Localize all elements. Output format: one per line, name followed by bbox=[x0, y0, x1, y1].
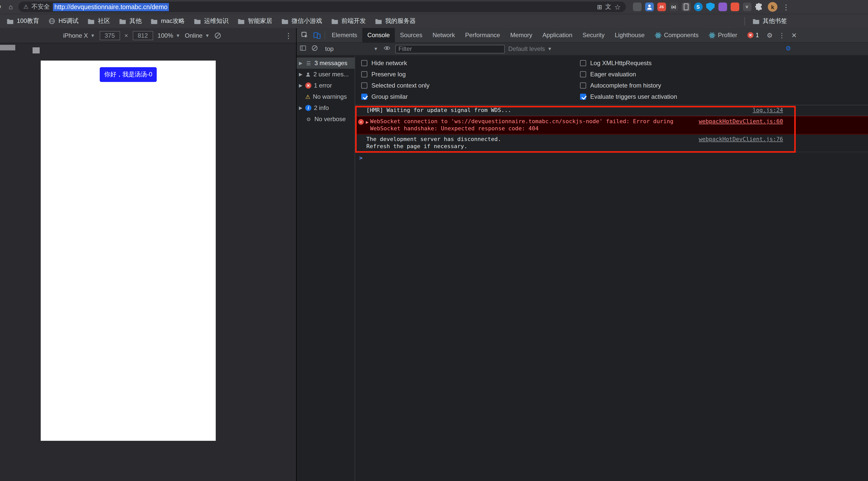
security-chip[interactable]: 不安全 bbox=[32, 3, 50, 11]
inspect-element-icon[interactable] bbox=[299, 32, 311, 39]
device-width-input[interactable]: 375 bbox=[99, 31, 120, 40]
tab-network[interactable]: Network bbox=[427, 28, 460, 42]
checkbox-autocomplete-history[interactable]: Autocomplete from history bbox=[580, 82, 677, 90]
sidebar-item-warnings[interactable]: ⚠ No warnings bbox=[297, 91, 354, 102]
bookmark-item-3[interactable]: 社区 bbox=[83, 15, 115, 27]
devtools-menu-icon[interactable]: ⋮ bbox=[776, 31, 787, 39]
console-message-hmr[interactable]: [HMR] Waiting for update signal from WDS… bbox=[355, 106, 868, 116]
tab-components[interactable]: Components bbox=[650, 28, 704, 42]
bookmark-item-1[interactable]: 100教育 bbox=[2, 15, 44, 27]
tab-lighthouse[interactable]: Lighthouse bbox=[610, 28, 649, 42]
checkbox-group-similar[interactable]: Group similar bbox=[361, 93, 580, 101]
device-height-input[interactable]: 812 bbox=[132, 31, 153, 40]
bookmark-item-6[interactable]: 运维知识 bbox=[189, 15, 233, 27]
extension-icon-4[interactable]: (a) bbox=[669, 3, 678, 11]
expand-caret-icon[interactable]: ▶ bbox=[366, 119, 369, 126]
tab-performance[interactable]: Performance bbox=[460, 28, 505, 42]
bookmark-item-9[interactable]: 前端开发 bbox=[327, 15, 370, 27]
url-text[interactable]: http://devquestionnaire.tomabc.cn/demo bbox=[53, 3, 169, 11]
console-settings-icon[interactable]: ⚙ bbox=[785, 45, 794, 53]
reload-icon[interactable]: ↻ bbox=[0, 3, 5, 11]
bookmark-item-5[interactable]: mac攻略 bbox=[146, 15, 189, 27]
checkbox-checked[interactable] bbox=[580, 94, 586, 100]
log-levels-select[interactable]: Default levels ▼ bbox=[508, 45, 552, 53]
tab-elements[interactable]: Elements bbox=[327, 28, 362, 42]
clear-console-icon[interactable] bbox=[311, 45, 319, 53]
sidebar-item-verbose[interactable]: ⚙ No verbose bbox=[297, 114, 354, 125]
bookmark-item-4[interactable]: 其他 bbox=[115, 15, 146, 27]
checkbox[interactable] bbox=[361, 83, 367, 89]
bookmark-star-icon[interactable]: ☆ bbox=[614, 3, 621, 11]
extension-icon-9[interactable] bbox=[731, 3, 739, 11]
other-bookmarks-button[interactable]: 其他书签 bbox=[748, 15, 792, 27]
extension-icon-10[interactable]: V bbox=[743, 3, 751, 11]
profile-avatar[interactable]: k bbox=[768, 2, 777, 12]
rotate-icon[interactable] bbox=[214, 32, 221, 39]
bookmark-item-2[interactable]: H5调试 bbox=[44, 15, 83, 27]
sidebar-item-messages[interactable]: ▶ ☰ 3 messages bbox=[297, 58, 354, 69]
error-count-badge[interactable]: ✕ 1 bbox=[747, 32, 759, 39]
checkbox-eager-evaluation[interactable]: Eager evaluation bbox=[580, 70, 677, 79]
tab-memory[interactable]: Memory bbox=[505, 28, 537, 42]
checkbox[interactable] bbox=[361, 60, 367, 66]
checkbox-hide-network[interactable]: Hide network bbox=[361, 59, 580, 67]
extension-icon-8[interactable] bbox=[718, 3, 727, 11]
caret-icon[interactable]: ▶ bbox=[299, 83, 303, 88]
zoom-select[interactable]: 100% ▼ bbox=[157, 32, 180, 39]
address-bar[interactable]: ⚠ 不安全 http://devquestionnaire.tomabc.cn/… bbox=[18, 2, 626, 12]
emulated-page[interactable]: 你好，我是汤汤-0 bbox=[41, 61, 216, 441]
checkbox[interactable] bbox=[361, 71, 367, 78]
translate-icon[interactable]: 文 bbox=[605, 3, 611, 11]
apps-grid-icon[interactable]: ⊞ bbox=[597, 3, 602, 10]
checkbox-evaluate-user-activation[interactable]: Evaluate triggers user activation bbox=[580, 93, 677, 101]
checkbox[interactable] bbox=[580, 83, 586, 89]
console-message-disconnected[interactable]: The development server has disconnected.… bbox=[355, 134, 868, 152]
checkbox[interactable] bbox=[580, 60, 586, 66]
not-secure-icon[interactable]: ⚠ bbox=[23, 4, 29, 10]
throttling-select[interactable]: Online ▼ bbox=[185, 32, 210, 39]
extension-icon-shield[interactable] bbox=[706, 3, 715, 11]
checkbox[interactable] bbox=[580, 71, 586, 78]
checkbox-preserve-log[interactable]: Preserve log bbox=[361, 70, 580, 79]
checkbox-log-xmlhttprequests[interactable]: Log XMLHttpRequests bbox=[580, 59, 677, 67]
tab-security[interactable]: Security bbox=[578, 28, 610, 42]
device-mode-icon[interactable] bbox=[311, 32, 323, 39]
console-sidebar-toggle-icon[interactable] bbox=[300, 45, 308, 53]
extension-icon-1[interactable] bbox=[633, 3, 641, 11]
tab-sources[interactable]: Sources bbox=[395, 28, 427, 42]
extension-icon-2[interactable] bbox=[645, 3, 654, 11]
console-message-websocket-error[interactable]: ✕ ▶ WebSocket connection to 'ws://devque… bbox=[355, 116, 868, 134]
console-prompt[interactable]: > bbox=[355, 152, 868, 161]
bookmark-item-7[interactable]: 智能家居 bbox=[233, 15, 277, 27]
extension-icon-5[interactable] bbox=[682, 3, 690, 11]
hello-button[interactable]: 你好，我是汤汤-0 bbox=[100, 67, 157, 82]
devtools-settings-icon[interactable]: ⚙ bbox=[764, 31, 775, 39]
caret-icon[interactable]: ▶ bbox=[299, 72, 303, 77]
bookmark-item-8[interactable]: 微信小游戏 bbox=[277, 15, 327, 27]
checkbox-checked[interactable] bbox=[361, 94, 367, 100]
live-expression-eye-icon[interactable] bbox=[384, 45, 392, 53]
caret-icon[interactable]: ▶ bbox=[299, 61, 303, 66]
extension-icon-6[interactable]: S bbox=[694, 3, 703, 11]
device-select[interactable]: iPhone X ▼ bbox=[63, 32, 95, 39]
device-toolbar-menu-icon[interactable]: ⋮ bbox=[285, 31, 292, 39]
home-button[interactable]: ⌂ bbox=[5, 3, 16, 11]
source-link[interactable]: webpackHotDevClient.js:60 bbox=[699, 118, 783, 125]
console-filter-input[interactable] bbox=[395, 44, 505, 53]
checkbox-selected-context-only[interactable]: Selected context only bbox=[361, 82, 580, 90]
bookmark-item-10[interactable]: 我的服务器 bbox=[370, 15, 420, 27]
sidebar-item-info[interactable]: ▶ i 2 info bbox=[297, 102, 354, 114]
devtools-close-icon[interactable]: ✕ bbox=[788, 31, 800, 39]
extension-icon-js[interactable]: JS bbox=[657, 3, 666, 11]
javascript-context-select[interactable]: top ▼ bbox=[323, 45, 380, 53]
tab-application[interactable]: Application bbox=[537, 28, 577, 42]
source-link[interactable]: log.js:24 bbox=[753, 107, 783, 114]
source-link[interactable]: webpackHotDevClient.js:76 bbox=[699, 136, 783, 143]
sidebar-item-errors[interactable]: ▶ ✕ 1 error bbox=[297, 80, 354, 91]
caret-icon[interactable]: ▶ bbox=[299, 106, 303, 111]
tab-console[interactable]: Console bbox=[362, 28, 395, 42]
browser-menu-icon[interactable]: ⋮ bbox=[782, 3, 789, 11]
extensions-puzzle-icon[interactable] bbox=[755, 3, 763, 11]
tab-profiler[interactable]: Profiler bbox=[704, 28, 742, 42]
sidebar-item-user-messages[interactable]: ▶ 2 user mes... bbox=[297, 69, 354, 80]
